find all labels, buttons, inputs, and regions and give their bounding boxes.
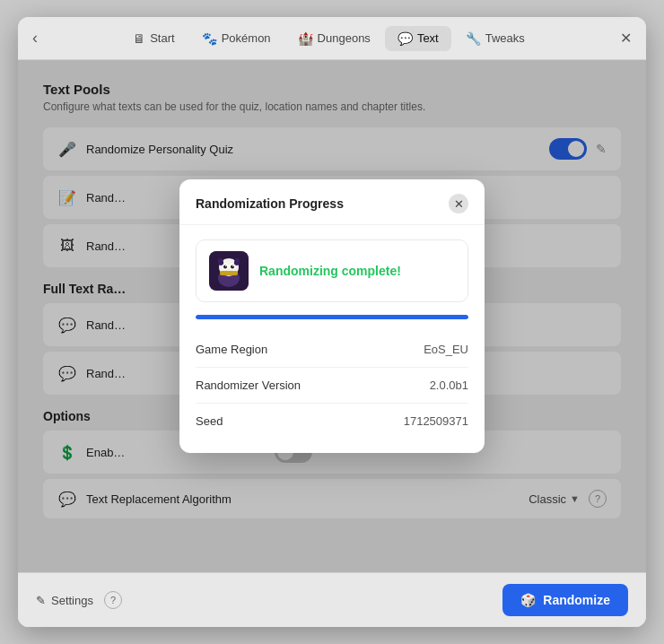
tab-text-label: Text (417, 31, 439, 45)
modal-close-button[interactable]: ✕ (449, 194, 468, 213)
randomization-progress-modal: Randomization Progress ✕ (179, 179, 485, 453)
tab-tweaks-label: Tweaks (485, 31, 525, 45)
tab-text[interactable]: 💬 Text (385, 26, 451, 51)
footer: ✎ Settings ? 🎲 Randomize (18, 572, 646, 627)
back-button[interactable]: ‹ (25, 25, 45, 51)
svg-point-5 (223, 265, 227, 269)
complete-text: Randomizing complete! (259, 264, 401, 278)
text-icon: 💬 (398, 31, 413, 46)
randomize-btn-label: Randomize (543, 593, 610, 607)
mascot-avatar (209, 251, 249, 291)
tab-start[interactable]: 🖥 Start (120, 26, 187, 51)
settings-label: Settings (51, 594, 93, 607)
svg-point-7 (225, 265, 226, 266)
modal-body: Randomizing complete! Game Region EoS_EU… (179, 225, 485, 453)
svg-point-6 (231, 265, 234, 269)
modal-title: Randomization Progress (196, 196, 344, 211)
settings-icon: ✎ (36, 594, 46, 607)
svg-point-8 (232, 265, 233, 266)
main-window: ‹ 🖥 Start 🐾 Pokémon 🏰 Dungeons 💬 Text 🔧 … (18, 17, 646, 627)
randomize-button[interactable]: 🎲 Randomize (502, 584, 628, 616)
modal-overlay: Randomization Progress ✕ (18, 60, 646, 572)
tab-tweaks[interactable]: 🔧 Tweaks (453, 26, 537, 51)
game-region-label: Game Region (196, 343, 267, 356)
game-region-row: Game Region EoS_EU (196, 332, 468, 368)
settings-button[interactable]: ✎ Settings (36, 594, 93, 607)
tab-pokemon-label: Pokémon (222, 31, 271, 45)
randomizer-version-value: 2.0.0b1 (430, 379, 468, 392)
tab-dungeons[interactable]: 🏰 Dungeons (285, 26, 383, 51)
help-icon[interactable]: ? (104, 591, 122, 609)
randomizer-version-label: Randomizer Version (196, 379, 301, 392)
tab-bar: ‹ 🖥 Start 🐾 Pokémon 🏰 Dungeons 💬 Text 🔧 … (18, 17, 646, 60)
pokemon-icon: 🐾 (202, 31, 217, 46)
tab-dungeons-label: Dungeons (318, 31, 371, 45)
svg-rect-9 (220, 271, 238, 275)
tab-pokemon[interactable]: 🐾 Pokémon (189, 26, 284, 51)
modal-header: Randomization Progress ✕ (179, 179, 485, 225)
seed-value: 1712509371 (404, 414, 468, 428)
seed-label: Seed (196, 414, 223, 428)
tab-start-label: Start (150, 31, 174, 45)
start-icon: 🖥 (133, 31, 145, 46)
complete-status-row: Randomizing complete! (196, 239, 468, 302)
dungeons-icon: 🏰 (298, 31, 313, 46)
progress-bar-fill (196, 315, 468, 319)
seed-row: Seed 1712509371 (196, 404, 468, 439)
tweaks-icon: 🔧 (466, 31, 481, 46)
randomizer-version-row: Randomizer Version 2.0.0b1 (196, 368, 468, 404)
progress-bar (196, 315, 468, 319)
tabs-container: 🖥 Start 🐾 Pokémon 🏰 Dungeons 💬 Text 🔧 Tw… (45, 26, 613, 51)
close-button[interactable]: ✕ (613, 26, 639, 50)
main-content: Text Pools Configure what texts can be u… (18, 60, 646, 572)
game-region-value: EoS_EU (424, 343, 468, 356)
randomize-btn-icon: 🎲 (520, 593, 536, 607)
